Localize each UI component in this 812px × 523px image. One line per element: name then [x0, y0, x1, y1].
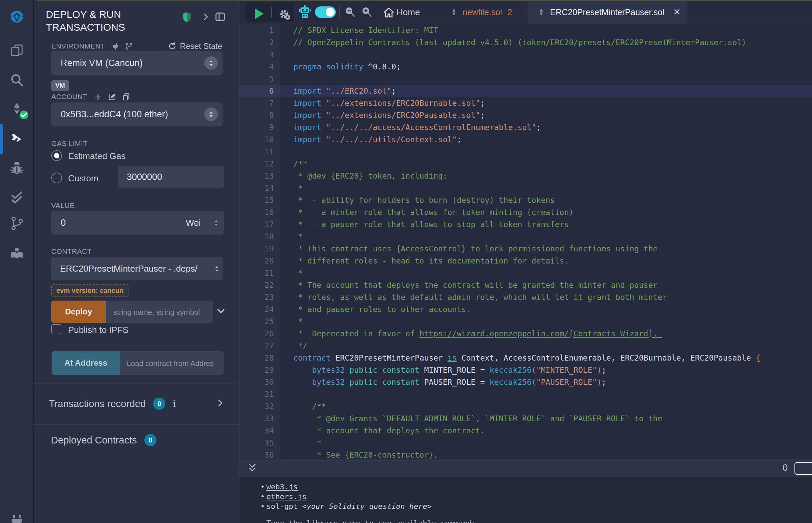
reset-state-button[interactable]: Reset State: [168, 41, 222, 51]
account-select[interactable]: 0x5B3...eddC4 (100 ether): [51, 103, 223, 126]
code-line[interactable]: 6import "../ERC20.sol";: [240, 85, 812, 97]
code-line[interactable]: 31: [240, 388, 812, 400]
plug-icon[interactable]: [111, 42, 119, 50]
terminal-link[interactable]: web3.js: [266, 482, 298, 492]
plugin-manager-icon[interactable]: [8, 245, 25, 262]
solidity-compiler-icon[interactable]: [8, 100, 25, 117]
code-line[interactable]: 29 bytes32 public constant MINTER_ROLE =…: [240, 364, 812, 376]
code-line[interactable]: 7import "../extensions/ERC20Burnable.sol…: [240, 97, 812, 109]
terminal-link[interactable]: ethers.js: [266, 492, 306, 501]
transactions-recorded-row[interactable]: Transactions recorded 0 i: [49, 396, 224, 411]
deploy-run-icon[interactable]: [8, 130, 25, 148]
home-tab[interactable]: Home: [396, 0, 420, 24]
code-line[interactable]: 32 /**: [240, 400, 812, 413]
terminal-search-box[interactable]: [794, 462, 812, 475]
at-address-input[interactable]: [120, 351, 224, 375]
run-script-icon[interactable]: [255, 8, 264, 19]
script-config-gear-icon[interactable]: [277, 7, 292, 23]
deployed-contracts-row[interactable]: Deployed Contracts 0: [51, 433, 226, 448]
code-line[interactable]: 10import "../../../utils/Context.sol";: [240, 133, 812, 146]
code-line[interactable]: 21 *: [240, 267, 812, 279]
at-address-button[interactable]: At Address: [52, 351, 120, 375]
account-value: 0x5B3...eddC4 (100 ether): [61, 109, 168, 120]
expand-terminal-icon[interactable]: [247, 463, 258, 475]
code-line[interactable]: 36 * See {ERC20-constructor}.: [240, 449, 812, 459]
environment-label: ENVIRONMENT: [51, 42, 105, 50]
line-number: 29: [240, 364, 280, 376]
shield-icon[interactable]: [181, 12, 192, 22]
close-tab-icon[interactable]: ✕: [673, 7, 681, 18]
code-line[interactable]: 33 * @dev Grants `DEFAULT_ADMIN_ROLE`, `…: [240, 413, 812, 425]
custom-gas-radio[interactable]: [51, 173, 62, 183]
estimated-gas-radio[interactable]: [51, 150, 62, 161]
value-input[interactable]: [51, 211, 176, 235]
code-line[interactable]: 11: [240, 146, 812, 158]
code-line[interactable]: 19 * This contract uses {AccessControl} …: [240, 242, 812, 255]
code-line[interactable]: 24 * and pauser roles to other accounts.: [240, 303, 812, 315]
publish-ipfs-checkbox[interactable]: [51, 324, 61, 334]
code-line[interactable]: 17 * - a pauser role that allows to stop…: [240, 218, 812, 231]
edit-account-icon[interactable]: [108, 93, 116, 101]
contract-select[interactable]: ERC20PresetMinterPauser - .deps/: [51, 257, 223, 281]
code-line[interactable]: 5: [240, 73, 812, 85]
code-line[interactable]: 4pragma solidity ^0.8.0;: [240, 61, 812, 73]
value-unit: Wei: [186, 218, 201, 228]
code-line[interactable]: 1// SPDX-License-Identifier: MIT: [240, 24, 812, 36]
code-line[interactable]: 2// OpenZeppelin Contracts (last updated…: [240, 36, 812, 49]
line-content: *: [280, 315, 303, 327]
fork-icon[interactable]: [125, 42, 133, 50]
code-line[interactable]: 28contract ERC20PresetMinterPauser is Co…: [240, 352, 812, 364]
info-icon[interactable]: i: [173, 398, 176, 410]
code-line[interactable]: 3: [240, 49, 812, 61]
vm-badge: VM: [51, 80, 69, 91]
custom-gas-input[interactable]: [118, 166, 224, 188]
expand-transactions-icon[interactable]: [216, 399, 224, 409]
code-line[interactable]: 16 * - a minter role that allows for tok…: [240, 206, 812, 218]
plug-icon[interactable]: [8, 512, 25, 523]
code-line[interactable]: 26 * _Deprecated in favor of https://wiz…: [240, 327, 812, 340]
deploy-button[interactable]: Deploy: [51, 301, 106, 323]
tab-newfile.sol[interactable]: newfile.sol2: [441, 0, 528, 24]
code-area[interactable]: 1// SPDX-License-Identifier: MIT2// Open…: [240, 24, 812, 459]
zoom-in-icon[interactable]: [360, 5, 374, 20]
home-icon[interactable]: [383, 6, 395, 20]
window-top-strip: [37, 0, 812, 1]
line-number: 1: [240, 24, 280, 36]
code-line[interactable]: 25 *: [240, 315, 812, 327]
code-line[interactable]: 18 *: [240, 231, 812, 242]
code-line[interactable]: 35 *: [240, 437, 812, 449]
code-line[interactable]: 20 * different roles - head to its docum…: [240, 255, 812, 267]
ai-copilot-toggle[interactable]: [315, 6, 336, 18]
value-unit-select[interactable]: Wei: [176, 211, 224, 235]
file-explorer-icon[interactable]: [8, 42, 25, 59]
code-line[interactable]: 22 * The account that deploys the contra…: [240, 279, 812, 291]
git-icon[interactable]: [8, 215, 25, 232]
code-line[interactable]: 14 *: [240, 182, 812, 194]
chevron-right-icon[interactable]: [202, 13, 210, 21]
code-line[interactable]: 23 * roles, as well as the default admin…: [240, 291, 812, 303]
remix-logo-icon[interactable]: [8, 8, 25, 25]
tab-ERC20PresetMinterPauser.sol[interactable]: ERC20PresetMinterPauser.sol✕: [528, 0, 688, 24]
zoom-out-icon[interactable]: [343, 5, 357, 20]
constructor-args-input[interactable]: [106, 301, 213, 323]
debugger-icon[interactable]: [8, 160, 25, 177]
copy-account-icon[interactable]: [122, 93, 130, 101]
environment-select[interactable]: Remix VM (Cancun): [51, 51, 223, 75]
code-line[interactable]: 8import "../extensions/ERC20Pausable.sol…: [240, 109, 812, 121]
add-account-icon[interactable]: +: [95, 92, 102, 101]
code-line[interactable]: 27 */: [240, 340, 812, 352]
code-line[interactable]: 13 * @dev {ERC20} token, including:: [240, 170, 812, 182]
code-line[interactable]: 9import "../../../access/AccessControlEn…: [240, 121, 812, 133]
unit-testing-icon[interactable]: [8, 189, 25, 206]
search-icon[interactable]: [8, 71, 25, 89]
expand-deploy-icon[interactable]: [216, 306, 226, 316]
line-number: 7: [240, 97, 280, 109]
code-line[interactable]: 30 bytes32 public constant PAUSER_ROLE =…: [240, 376, 812, 388]
split-columns-icon[interactable]: [214, 11, 226, 22]
code-line[interactable]: 15 * - ability for holders to burn (dest…: [240, 194, 812, 206]
ai-copilot-robot-icon[interactable]: [297, 5, 312, 21]
code-line[interactable]: 34 * account that deploys the contract.: [240, 425, 812, 437]
terminal-command: sol-gpt <your Solidity question here>: [266, 501, 431, 511]
code-line[interactable]: 12/**: [240, 158, 812, 170]
terminal-output[interactable]: Type the library name to see available c…: [240, 477, 812, 523]
